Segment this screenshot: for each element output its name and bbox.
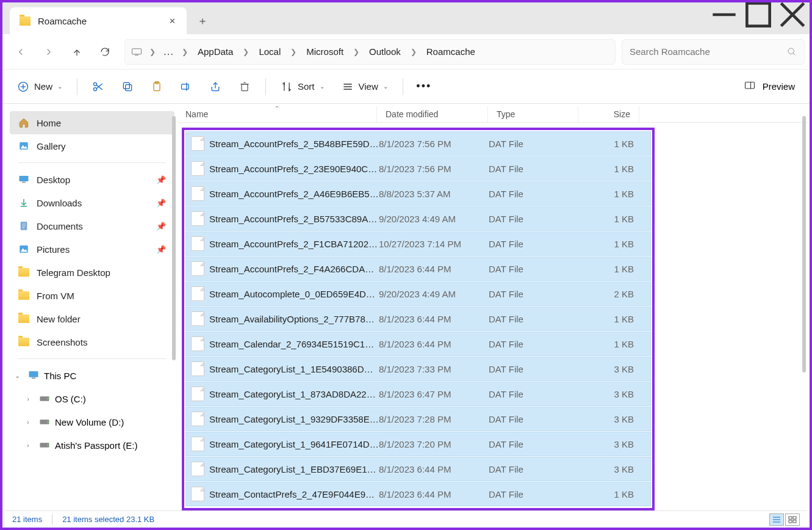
chevron-right-icon[interactable]: › [22,441,34,449]
file-size: 1 KB [578,214,634,224]
pin-icon: 📌 [156,175,166,184]
delete-button[interactable] [231,74,258,99]
file-type: DAT File [489,489,578,499]
copy-button[interactable] [114,74,141,99]
file-icon [191,462,204,476]
refresh-button[interactable] [92,38,118,65]
nav-quick-desktop[interactable]: Desktop📌 [10,168,174,191]
forward-button[interactable] [35,38,62,65]
cut-button[interactable] [85,74,112,99]
chevron-right-icon[interactable]: ❯ [287,48,300,56]
column-type[interactable]: Type [488,106,578,122]
chevron-right-icon[interactable]: ❯ [146,48,159,56]
share-button[interactable] [202,74,229,99]
file-row[interactable]: Stream_AccountPrefs_2_5B48BFE59D2DD...8/… [185,131,651,156]
nav-home[interactable]: Home [10,111,174,134]
file-date: 8/1/2023 6:44 PM [379,339,489,349]
nav-this-pc[interactable]: ⌄ This PC [10,364,174,387]
chevron-right-icon[interactable]: ❯ [178,48,192,56]
chevron-right-icon[interactable]: ❯ [239,48,253,56]
nav-item-label: Desktop [37,175,70,185]
status-bar: 21 items 21 items selected 23.1 KB [5,510,807,528]
nav-drive[interactable]: ›Atish's Passport (E:) [10,434,174,457]
minimize-button[interactable] [707,2,741,27]
file-row[interactable]: Stream_CategoryList_1_873AD8DA2220E...8/… [185,382,651,406]
pin-icon: 📌 [156,198,166,208]
file-row[interactable]: Stream_AvailabilityOptions_2_777B78CE0..… [185,307,651,331]
file-row[interactable]: Stream_CategoryList_1_9641FE0714D609...8… [185,432,651,456]
thumbnails-view-button[interactable] [785,514,800,526]
column-size[interactable]: Size [578,106,639,122]
status-item-count: 21 items [12,515,42,524]
nav-drive[interactable]: ›New Volume (D:) [10,410,174,434]
svg-point-52 [47,444,48,445]
breadcrumb-local[interactable]: Local [256,44,283,59]
column-name[interactable]: ⌃ Name [177,106,377,122]
pin-icon: 📌 [156,245,166,254]
rename-button[interactable] [173,74,199,99]
chevron-right-icon[interactable]: ❯ [350,48,363,56]
file-date: 8/1/2023 6:44 PM [379,314,489,324]
file-row[interactable]: Stream_CategoryList_1_1E5490386DD152...8… [185,357,651,381]
navigation-pane: Home Gallery Desktop📌Downloads📌Documents… [5,106,177,510]
details-view-button[interactable] [769,514,784,526]
chevron-right-icon[interactable]: › [22,418,34,426]
new-button[interactable]: New ⌄ [10,74,70,99]
window-tab[interactable]: Roamcache ✕ [10,7,187,34]
breadcrumb-overflow[interactable]: … [163,45,174,58]
new-tab-button[interactable]: ＋ [193,11,212,31]
titlebar: Roamcache ✕ ＋ [2,2,810,34]
nav-drive[interactable]: ›OS (C:) [10,387,174,410]
file-type: DAT File [489,289,578,299]
column-date[interactable]: Date modified [377,106,488,122]
chevron-right-icon[interactable]: › [22,395,34,402]
scrollbar-thumb[interactable] [802,116,806,372]
file-row[interactable]: Stream_CategoryList_1_9329DF3358E801...8… [185,407,651,431]
search-box[interactable] [622,39,805,65]
chevron-down-icon[interactable]: ⌄ [11,372,23,380]
file-row[interactable]: Stream_Autocomplete_0_0ED659E4DCE5...9/2… [185,281,651,306]
address-bar[interactable]: ❯ … ❯ AppData ❯ Local ❯ Microsoft ❯ Outl… [124,39,616,65]
close-tab-icon[interactable]: ✕ [167,16,177,26]
search-input[interactable] [630,46,782,57]
breadcrumb-appdata[interactable]: AppData [195,44,235,59]
scrollbar-thumb[interactable] [172,116,176,360]
up-button[interactable] [63,38,90,65]
file-type: DAT File [489,189,578,199]
close-window-button[interactable] [775,2,810,27]
breadcrumb-outlook[interactable]: Outlook [367,44,403,59]
nav-quick-from-vm[interactable]: From VM [10,284,174,307]
nav-quick-downloads[interactable]: Downloads📌 [10,191,174,214]
nav-quick-telegram-desktop[interactable]: Telegram Desktop [10,261,174,284]
nav-gallery[interactable]: Gallery [10,134,174,158]
file-icon [191,361,204,376]
file-row[interactable]: Stream_AccountPrefs_2_F4A266CDA355E...8/… [185,256,651,281]
file-size: 1 KB [578,489,634,499]
file-row[interactable]: Stream_CategoryList_1_EBD37E69E185B6...8… [185,457,651,481]
maximize-button[interactable] [741,2,775,27]
breadcrumb-microsoft[interactable]: Microsoft [304,44,346,59]
chevron-right-icon[interactable]: ❯ [407,48,420,56]
paste-button[interactable] [143,74,170,99]
file-date: 9/20/2023 4:49 AM [379,214,489,224]
more-button[interactable]: ••• [411,74,437,99]
breadcrumb-roamcache[interactable]: Roamcache [424,44,478,59]
file-row[interactable]: Stream_AccountPrefs_2_23E90E940C61A...8/… [185,156,651,181]
nav-quick-pictures[interactable]: Pictures📌 [10,238,174,261]
file-row[interactable]: Stream_ContactPrefs_2_47E9F044E95CA0...8… [185,482,651,506]
nav-quick-new-folder[interactable]: New folder [10,307,174,330]
sort-button[interactable]: Sort ⌄ [273,74,332,99]
preview-button[interactable]: Preview [736,81,802,92]
back-button[interactable] [7,38,34,65]
file-row[interactable]: Stream_AccountPrefs_2_A46E9B6EB5DB2...8/… [185,181,651,206]
nav-quick-screenshots[interactable]: Screenshots [10,330,174,354]
file-row[interactable]: Stream_Calendar_2_76934E51519C1A4EA...8/… [185,332,651,356]
file-icon [191,437,204,451]
file-row[interactable]: Stream_AccountPrefs_2_B57533C89A728...9/… [185,206,651,231]
view-button[interactable]: View ⌄ [334,74,395,99]
file-icon [191,336,204,351]
nav-quick-documents[interactable]: Documents📌 [10,214,174,238]
svg-rect-35 [20,176,29,181]
file-name: Stream_CategoryList_1_9641FE0714D609... [209,439,379,449]
file-row[interactable]: Stream_AccountPrefs_2_F1CBA71202957...10… [185,231,651,256]
